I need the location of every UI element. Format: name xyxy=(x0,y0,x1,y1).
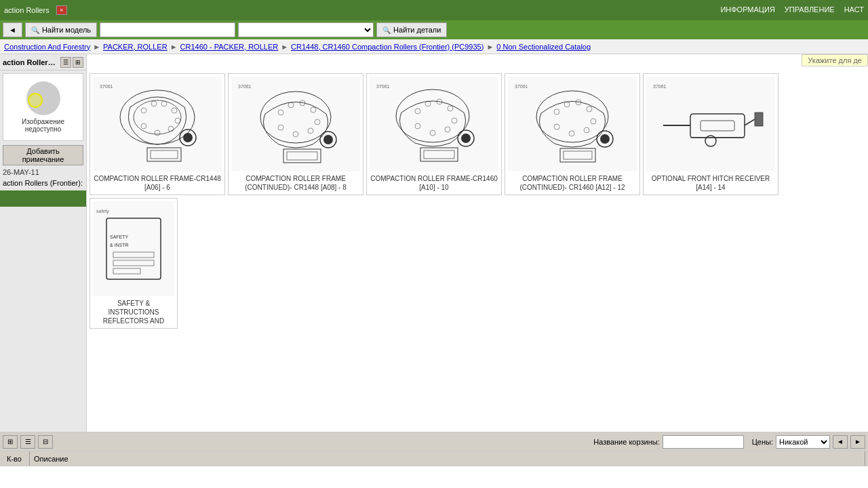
sidebar: action Rollers... ☰ ⊞ Изображение недост… xyxy=(0,54,87,432)
sidebar-view-icons: ☰ ⊞ xyxy=(60,57,83,68)
basket-label: Название корзины: xyxy=(593,438,660,446)
svg-point-8 xyxy=(151,101,157,106)
search-icon: 🔍 xyxy=(31,26,39,34)
sidebar-spacer xyxy=(0,249,86,432)
part-card-6[interactable]: safety SAFETY & INSTR SAFETY & INSTRUCTI… xyxy=(90,198,178,329)
model-select[interactable] xyxy=(238,22,374,37)
top-bar: action Rollers × ИНФОРМАЦИЯ УПРАВЛЕНИЕ Н… xyxy=(0,0,868,20)
sidebar-extra-area xyxy=(0,208,86,249)
breadcrumb-item-2[interactable]: CR1460 - PACKER, ROLLER xyxy=(180,43,279,51)
svg-point-53 xyxy=(591,119,596,124)
breadcrumb-item-0[interactable]: Construction And Forestry xyxy=(4,43,90,51)
nav-back-button[interactable]: ◄ xyxy=(3,22,22,37)
svg-rect-5 xyxy=(147,148,181,161)
part-card-4[interactable]: 37061 xyxy=(505,73,640,195)
bottom-btn-3[interactable]: ⊟ xyxy=(38,435,53,449)
svg-point-41 xyxy=(430,130,435,136)
info-menu-item[interactable]: ИНФОРМАЦИЯ xyxy=(720,5,774,14)
svg-point-27 xyxy=(293,131,298,137)
manage-menu-item[interactable]: УПРАВЛЕНИЕ xyxy=(785,5,835,14)
svg-rect-33 xyxy=(420,148,458,161)
sidebar-header: action Rollers... ☰ ⊞ xyxy=(0,54,86,70)
toolbar: ◄ 🔍 Найти модель 🔍 Найти детали xyxy=(0,20,868,39)
svg-rect-71 xyxy=(113,268,140,274)
find-model-button[interactable]: 🔍 Найти модель xyxy=(25,22,97,37)
svg-text:37061: 37061 xyxy=(238,84,252,89)
svg-point-11 xyxy=(175,118,180,123)
search-hint: Укажите для де xyxy=(802,54,868,66)
svg-point-16 xyxy=(260,92,331,143)
part-card-3[interactable]: 37061 xyxy=(366,73,502,195)
part-label-5: OPTIONAL FRONT HITCH RECEIVER [A14] - 14 xyxy=(646,174,775,192)
part-svg-2: 37061 xyxy=(235,80,357,168)
part-image-1: 37061 xyxy=(93,77,222,171)
price-label: Цены: xyxy=(752,438,773,446)
svg-rect-69 xyxy=(113,252,154,258)
main-area: action Rollers... ☰ ⊞ Изображение недост… xyxy=(0,54,868,432)
breadcrumb-item-1[interactable]: PACKER, ROLLER xyxy=(103,43,167,51)
bottom-btn-2[interactable]: ☰ xyxy=(20,435,35,449)
svg-point-13 xyxy=(155,130,160,136)
price-nav-right[interactable]: ► xyxy=(850,435,865,449)
svg-point-14 xyxy=(141,123,146,129)
svg-text:37061: 37061 xyxy=(515,84,528,89)
sidebar-title: action Rollers... xyxy=(3,58,57,66)
svg-point-42 xyxy=(415,123,420,129)
part-svg-5: 37061 xyxy=(650,80,772,168)
svg-text:safety: safety xyxy=(96,209,109,214)
part-svg-1: 37061 xyxy=(96,80,218,168)
svg-rect-48 xyxy=(564,151,592,159)
part-label-1: COMPACTION ROLLER FRAME-CR1448 [A06] - 6 xyxy=(93,174,222,192)
svg-point-55 xyxy=(569,131,574,136)
part-label-2: COMPACTION ROLLER FRAME (CONTINUED)- CR1… xyxy=(231,174,360,192)
svg-point-4 xyxy=(183,133,193,142)
svg-text:37061: 37061 xyxy=(100,84,113,89)
svg-point-7 xyxy=(141,108,146,113)
svg-rect-58 xyxy=(690,114,745,138)
svg-text:& INSTR: & INSTR xyxy=(110,243,129,247)
svg-point-12 xyxy=(168,126,174,131)
part-image-5: 37061 xyxy=(646,77,775,171)
price-nav-left[interactable]: ◄ xyxy=(833,435,848,449)
find-parts-button[interactable]: 🔍 Найти детали xyxy=(376,22,447,37)
basket-input[interactable] xyxy=(663,435,744,449)
parts-grid: 37061 xyxy=(90,73,865,329)
svg-point-40 xyxy=(445,127,450,132)
breadcrumb-item-3[interactable]: CR1448, CR1460 Compaction Rollers (Front… xyxy=(291,43,484,51)
sidebar-date: 26-MAY-11 xyxy=(0,167,86,178)
add-note-button[interactable]: Добавить примечание xyxy=(3,145,83,165)
close-button[interactable]: × xyxy=(56,5,67,15)
empty-rows-area xyxy=(0,466,868,488)
svg-point-38 xyxy=(448,106,453,111)
sidebar-list-item[interactable]: action Rollers (Frontier): xyxy=(0,178,86,189)
col-header-desc: Описание xyxy=(30,451,865,466)
sidebar-list-view-button[interactable]: ☰ xyxy=(60,57,71,68)
svg-rect-47 xyxy=(560,148,595,162)
svg-text:37061: 37061 xyxy=(653,84,667,89)
part-card-2[interactable]: 37061 xyxy=(228,73,363,195)
part-image-4: 37061 xyxy=(508,77,637,171)
svg-point-2 xyxy=(134,100,181,134)
price-select[interactable]: Никакой xyxy=(776,435,830,449)
svg-point-10 xyxy=(172,108,177,113)
search-parts-icon: 🔍 xyxy=(382,26,391,34)
sidebar-grid-view-button[interactable]: ⊞ xyxy=(73,57,83,68)
svg-rect-62 xyxy=(755,113,763,126)
content-area: Укажите для де 37061 xyxy=(87,54,868,432)
svg-point-18 xyxy=(323,135,333,144)
part-svg-6: safety SAFETY & INSTR xyxy=(93,205,174,293)
breadcrumb-item-4[interactable]: 0 Non Sectionalized Catalog xyxy=(496,43,591,51)
search-input[interactable] xyxy=(100,22,235,37)
breadcrumb: Construction And Forestry ► PACKER, ROLL… xyxy=(0,39,868,54)
svg-rect-66 xyxy=(106,218,161,279)
part-card-1[interactable]: 37061 xyxy=(90,73,225,195)
svg-point-52 xyxy=(587,106,592,112)
bottom-btn-1[interactable]: ⊞ xyxy=(3,435,18,449)
svg-point-9 xyxy=(161,101,167,106)
svg-rect-34 xyxy=(424,150,454,159)
svg-point-25 xyxy=(315,119,320,125)
settings-menu-item[interactable]: НАСТ xyxy=(844,5,864,14)
svg-rect-19 xyxy=(283,149,321,163)
svg-point-46 xyxy=(600,134,610,144)
part-card-5[interactable]: 37061 OPTIONAL FRONT HITCH RECEIVER [A14… xyxy=(643,73,778,195)
